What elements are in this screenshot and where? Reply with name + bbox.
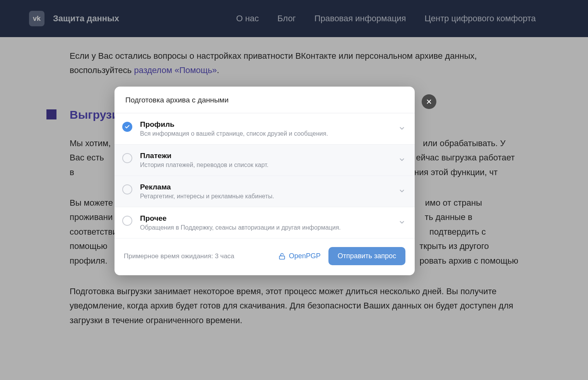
- openpgp-button[interactable]: OpenPGP: [278, 252, 321, 260]
- checkbox-profile[interactable]: [122, 122, 132, 132]
- chevron-down-icon[interactable]: [398, 219, 405, 227]
- option-payments[interactable]: Платежи История платежей, переводов и сп…: [115, 145, 415, 176]
- option-profile-title: Профиль: [140, 120, 394, 129]
- submit-request-button[interactable]: Отправить запрос: [328, 247, 405, 265]
- chevron-down-icon[interactable]: [398, 187, 405, 196]
- chevron-down-icon[interactable]: [398, 156, 405, 165]
- option-ads[interactable]: Реклама Ретаргетинг, интересы и рекламны…: [115, 176, 415, 207]
- option-other-title: Прочее: [140, 214, 394, 223]
- modal-title: Подготовка архива с данными: [115, 87, 415, 113]
- close-icon: [426, 98, 432, 105]
- archive-modal: Подготовка архива с данными Профиль Вся …: [115, 87, 415, 275]
- option-payments-title: Платежи: [140, 152, 394, 160]
- option-payments-sub: История платежей, переводов и список кар…: [140, 162, 394, 169]
- svg-rect-0: [279, 256, 284, 259]
- option-other[interactable]: Прочее Обращения в Поддержку, сеансы авт…: [115, 207, 415, 239]
- close-modal-button[interactable]: [422, 94, 436, 109]
- checkbox-other[interactable]: [122, 216, 132, 226]
- option-profile-sub: Вся информация о вашей странице, список …: [140, 130, 394, 137]
- option-profile[interactable]: Профиль Вся информация о вашей странице,…: [115, 113, 415, 145]
- option-other-sub: Обращения в Поддержку, сеансы авторизаци…: [140, 224, 394, 231]
- chevron-down-icon[interactable]: [398, 125, 405, 133]
- checkbox-ads[interactable]: [122, 184, 132, 194]
- option-ads-sub: Ретаргетинг, интересы и рекламные кабине…: [140, 193, 394, 200]
- modal-footer: Примерное время ожидания: 3 часа OpenPGP…: [115, 239, 415, 275]
- checkbox-payments[interactable]: [122, 153, 132, 163]
- wait-time-text: Примерное время ожидания: 3 часа: [124, 252, 234, 260]
- option-ads-title: Реклама: [140, 183, 394, 191]
- openpgp-label: OpenPGP: [289, 252, 321, 260]
